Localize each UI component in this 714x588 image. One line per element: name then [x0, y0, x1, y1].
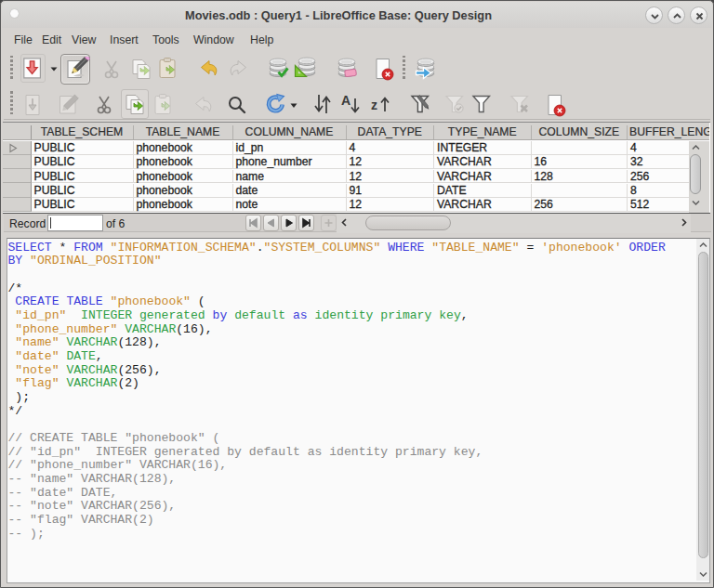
svg-text:A: A	[341, 93, 350, 108]
svg-text:z: z	[371, 98, 377, 112]
